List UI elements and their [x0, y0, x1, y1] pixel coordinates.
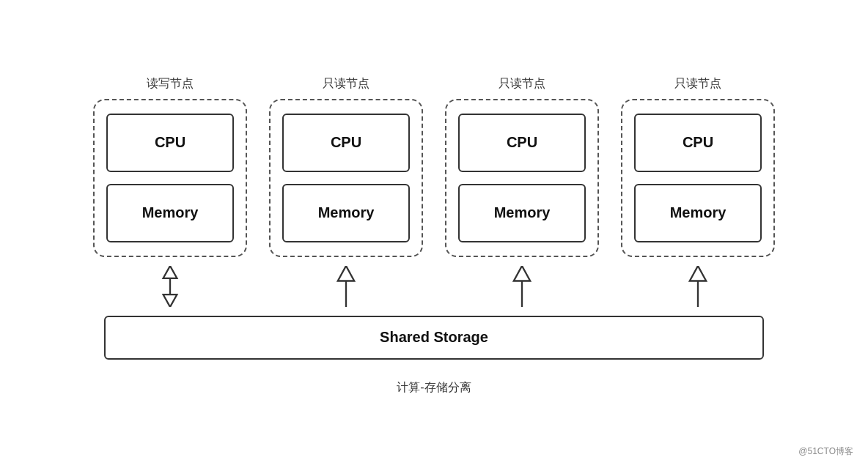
node2-label: 只读节点	[323, 76, 369, 92]
node1-box: CPU Memory	[93, 99, 247, 257]
node4-cpu: CPU	[634, 114, 762, 172]
svg-marker-7	[690, 266, 706, 281]
node3-label: 只读节点	[499, 76, 545, 92]
node1-memory: Memory	[106, 184, 234, 242]
node2-memory: Memory	[282, 184, 410, 242]
svg-marker-2	[163, 294, 177, 307]
node-readwrite: 读写节点 CPU Memory	[93, 76, 247, 257]
node3-box: CPU Memory	[445, 99, 599, 257]
diagram-container: 读写节点 CPU Memory 只读节点 CPU Memory 只读节点 CPU…	[31, 76, 837, 396]
svg-marker-3	[338, 266, 354, 281]
up-arrow-icon-2	[333, 266, 359, 307]
watermark: @51CTO博客	[798, 445, 853, 458]
node-readonly-3: 只读节点 CPU Memory	[445, 76, 599, 257]
node3-memory: Memory	[458, 184, 586, 242]
arrow-node3	[445, 264, 599, 308]
arrow-node4	[621, 264, 775, 308]
node-readonly-2: 只读节点 CPU Memory	[269, 76, 423, 257]
node4-box: CPU Memory	[621, 99, 775, 257]
bidirectional-arrow-icon	[157, 266, 183, 307]
up-arrow-icon-4	[685, 266, 711, 307]
arrow-node2	[269, 264, 423, 308]
svg-marker-5	[514, 266, 530, 281]
node2-box: CPU Memory	[269, 99, 423, 257]
node1-cpu: CPU	[106, 114, 234, 172]
node2-cpu: CPU	[282, 114, 410, 172]
nodes-row: 读写节点 CPU Memory 只读节点 CPU Memory 只读节点 CPU…	[93, 76, 775, 257]
up-arrow-icon-3	[509, 266, 535, 307]
diagram-caption: 计算-存储分离	[397, 380, 471, 396]
node-readonly-4: 只读节点 CPU Memory	[621, 76, 775, 257]
node4-label: 只读节点	[674, 76, 721, 92]
node1-label: 读写节点	[147, 76, 194, 92]
node3-cpu: CPU	[458, 114, 586, 172]
arrow-node1	[93, 264, 247, 308]
arrows-row	[93, 264, 775, 308]
svg-marker-0	[163, 266, 177, 278]
shared-storage-box: Shared Storage	[104, 316, 764, 360]
node4-memory: Memory	[634, 184, 762, 242]
